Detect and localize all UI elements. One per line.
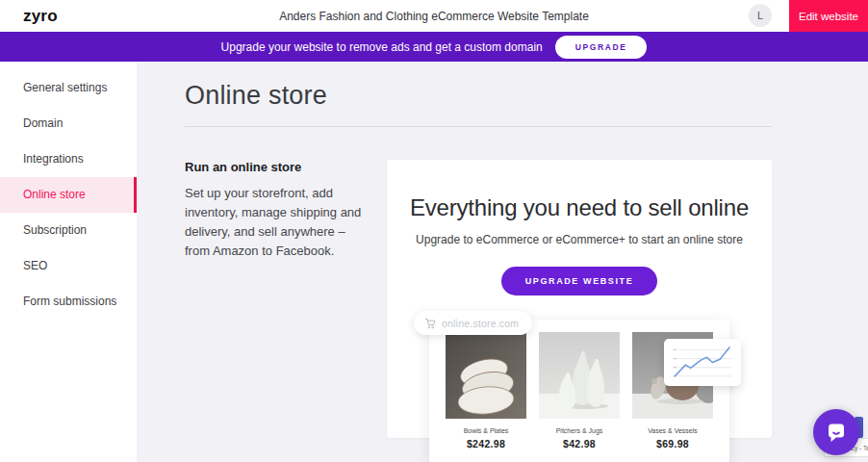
chat-bubble-icon — [824, 420, 849, 445]
title-divider — [185, 126, 772, 127]
pitchers-product-image — [539, 332, 620, 419]
top-bar: zyro Anders Fashion and Clothing eCommer… — [0, 0, 868, 32]
intro-column: Run an online store Set up your storefro… — [185, 160, 387, 261]
sidebar-item-seo[interactable]: SEO — [0, 248, 137, 284]
upgrade-website-button[interactable]: UPGRADE WEBSITE — [501, 267, 658, 295]
user-avatar[interactable]: L — [749, 4, 772, 27]
product-name: Vases & Vessels — [632, 427, 713, 434]
intro-heading: Run an online store — [185, 160, 368, 174]
page-title: Online store — [185, 81, 772, 111]
chat-button[interactable] — [813, 409, 859, 455]
store-url-text: online.store.com — [442, 318, 519, 329]
ecommerce-promo-card: Everything you need to sell online Upgra… — [387, 160, 772, 438]
product-name: Pitchers & Jugs — [539, 427, 620, 434]
sidebar-item-general-settings[interactable]: General settings — [0, 70, 137, 106]
sidebar-item-online-store[interactable]: Online store — [0, 177, 137, 213]
bowls-product-image — [446, 332, 526, 419]
upgrade-banner-text: Upgrade your website to remove ads and g… — [221, 40, 543, 54]
product-name: Bowls & Plates — [446, 427, 526, 434]
product-card: Pitchers & Jugs $42.98 — [539, 332, 620, 449]
product-price: $42.98 — [539, 438, 620, 449]
sales-mini-chart — [664, 339, 741, 386]
cart-icon — [424, 318, 436, 329]
upgrade-button[interactable]: UPGRADE — [555, 36, 648, 59]
zyro-logo[interactable]: zyro — [23, 7, 58, 26]
edit-website-button[interactable]: Edit website — [789, 0, 868, 32]
line-chart-icon — [669, 344, 736, 381]
intro-description: Set up your storefront, add inventory, m… — [185, 184, 368, 261]
product-price: $69.98 — [632, 438, 713, 449]
promo-heading: Everything you need to sell online — [387, 194, 772, 221]
online-store-page: Online store Run an online store Set up … — [137, 62, 868, 462]
product-card: Bowls & Plates $242.98 — [446, 332, 526, 449]
product-price: $242.98 — [446, 438, 526, 449]
sidebar-item-form-submissions[interactable]: Form submissions — [0, 284, 137, 320]
promo-subheading: Upgrade to eCommerce or eCommerce+ to st… — [387, 233, 772, 246]
sidebar-item-subscription[interactable]: Subscription — [0, 213, 137, 248]
sidebar-item-integrations[interactable]: Integrations — [0, 141, 137, 177]
site-template-title: Anders Fashion and Clothing eCommerce We… — [279, 10, 589, 23]
sidebar-item-domain[interactable]: Domain — [0, 106, 137, 141]
upgrade-banner: Upgrade your website to remove ads and g… — [0, 32, 868, 62]
settings-sidebar: General settings Domain Integrations Onl… — [0, 62, 137, 462]
store-url-pill: online.store.com — [414, 311, 532, 335]
